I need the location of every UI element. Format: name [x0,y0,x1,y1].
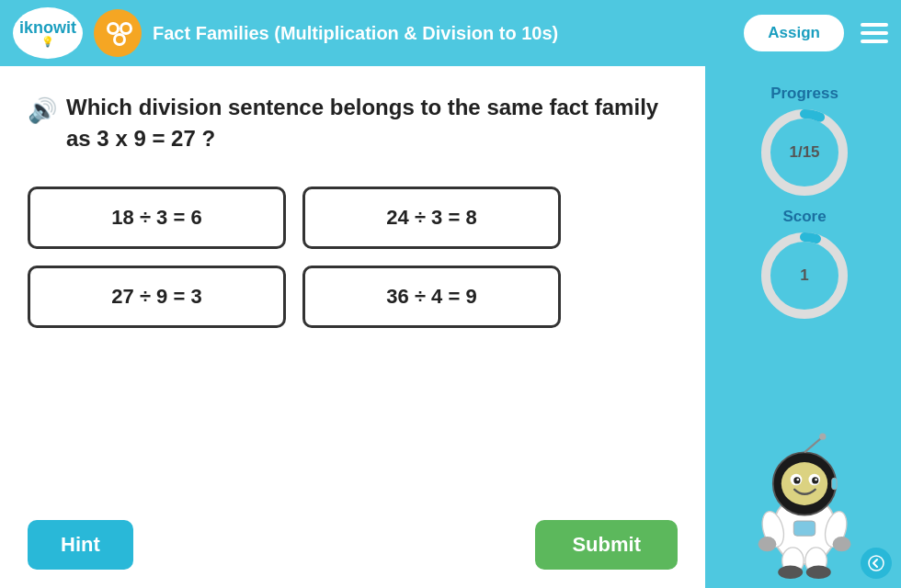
assign-button[interactable]: Assign [744,15,844,51]
question-area: 🔊 Which division sentence belongs to the… [28,92,678,503]
bottom-bar: Hint Submit [28,503,678,570]
score-section: Score 1 [758,208,850,322]
svg-point-4 [122,25,130,32]
speaker-icon[interactable]: 🔊 [28,94,57,127]
svg-point-31 [869,556,884,571]
svg-point-24 [833,537,851,551]
score-label: Score [758,208,850,226]
back-button[interactable] [861,548,892,579]
right-panel: Progress 1/15 Score 1 [708,66,901,588]
answers-grid: 18 ÷ 3 = 6 24 ÷ 3 = 8 27 ÷ 9 = 3 36 ÷ 4 … [28,187,561,328]
score-value: 1 [800,266,808,285]
logo: iknowit 💡 [13,7,83,59]
submit-button[interactable]: Submit [535,520,678,570]
answer-option-3[interactable]: 27 ÷ 9 = 3 [28,266,286,328]
header: iknowit 💡 Fact Families (Multiplication … [0,0,901,66]
mascot-area [731,340,878,579]
svg-line-19 [804,438,821,452]
logo-text: iknowit [19,19,76,36]
svg-rect-30 [832,478,837,490]
svg-point-5 [116,36,123,43]
answer-option-2[interactable]: 24 ÷ 3 = 8 [302,187,561,249]
left-panel: 🔊 Which division sentence belongs to the… [0,66,708,588]
svg-point-18 [815,479,817,481]
svg-point-3 [109,25,117,32]
progress-ring: 1/15 [758,107,850,198]
progress-section: Progress 1/15 [758,85,850,198]
svg-point-28 [806,566,831,579]
answer-option-1[interactable]: 18 ÷ 3 = 6 [28,187,286,249]
svg-point-12 [781,462,827,505]
main-area: 🔊 Which division sentence belongs to the… [0,66,901,588]
subject-icon [94,9,142,57]
menu-button[interactable] [861,23,888,43]
svg-point-17 [796,479,799,481]
svg-point-20 [819,434,826,440]
question-text: 🔊 Which division sentence belongs to the… [28,92,678,153]
svg-rect-29 [793,521,815,536]
lesson-title: Fact Families (Multiplication & Division… [153,23,733,44]
answer-option-4[interactable]: 36 ÷ 4 = 9 [302,266,561,328]
logo-bulb: 💡 [19,36,76,48]
svg-point-27 [778,566,803,579]
question-content: Which division sentence belongs to the s… [66,92,678,153]
mascot-image [731,413,878,579]
score-ring: 1 [758,230,850,322]
progress-label: Progress [758,85,850,103]
hint-button[interactable]: Hint [28,520,133,570]
progress-value: 1/15 [789,143,819,162]
svg-point-23 [758,537,777,551]
